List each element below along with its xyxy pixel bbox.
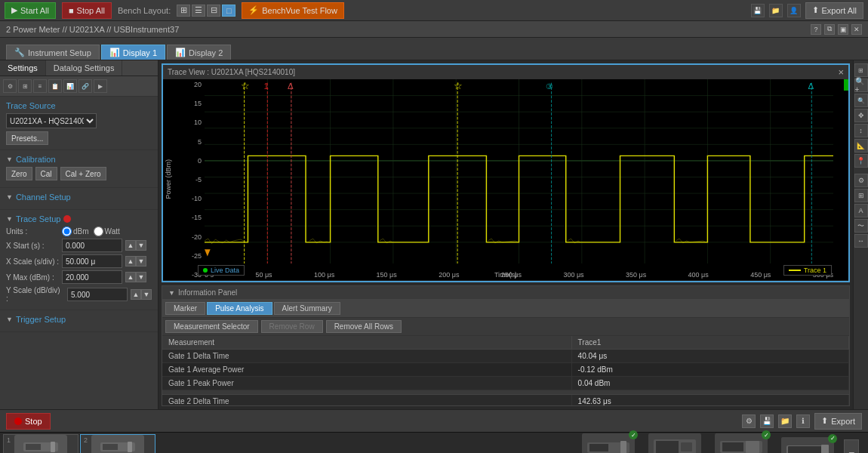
yscale-up[interactable]: ▲ bbox=[131, 289, 141, 300]
cursor-icon[interactable]: ↕ bbox=[854, 124, 868, 137]
play-icon: ▶ bbox=[11, 5, 17, 15]
info-panel: ▼ Information Panel Marker Pulse Analysi… bbox=[162, 285, 850, 406]
ymax-input[interactable] bbox=[62, 270, 122, 284]
status-folder-icon[interactable]: 📁 bbox=[778, 414, 792, 428]
start-all-button[interactable]: ▶ Start All bbox=[5, 2, 56, 19]
svg-marker-31 bbox=[205, 249, 211, 256]
measurement-selector-button[interactable]: Measurement Selector bbox=[165, 320, 258, 333]
layout-icon-3[interactable]: ⊟ bbox=[207, 5, 220, 17]
trace-source-title: Trace Source bbox=[6, 101, 152, 110]
marker-icon[interactable]: 📍 bbox=[854, 154, 868, 168]
tab-instrument-setup[interactable]: 🔧 Instrument Setup bbox=[6, 45, 100, 60]
export-button[interactable]: ⬆ Export bbox=[814, 413, 862, 430]
xstart-down[interactable]: ▼ bbox=[136, 240, 146, 251]
yscale-down[interactable]: ▼ bbox=[141, 289, 152, 300]
presets-button[interactable]: Presets... bbox=[6, 131, 48, 145]
xscale-down[interactable]: ▼ bbox=[136, 256, 146, 267]
bench-layout-selector: ⊞ ☰ ⊟ □ bbox=[177, 5, 235, 17]
status-save-icon[interactable]: 💾 bbox=[760, 414, 774, 428]
trace-source-select[interactable]: U2021XA - HQS2140010 - Trace 1 bbox=[6, 113, 97, 128]
zoom-out-icon[interactable]: 🔍 bbox=[854, 94, 868, 107]
restore-button[interactable]: ⧉ bbox=[824, 24, 835, 35]
ymax-up[interactable]: ▲ bbox=[125, 272, 136, 282]
device-thumb-2[interactable]: 2 Power MeterUSBInstrument37 bbox=[80, 434, 155, 454]
save-icon[interactable]: 💾 bbox=[751, 4, 765, 17]
yscale-input[interactable] bbox=[67, 288, 128, 301]
tab-marker[interactable]: Marker bbox=[165, 302, 205, 315]
panel-icon-2[interactable]: ⊞ bbox=[18, 79, 32, 93]
trace-icon[interactable]: 〜 bbox=[854, 219, 868, 233]
toolbar-right: 💾 📁 👤 ⬆ Export All bbox=[751, 2, 863, 19]
layout-icon-2[interactable]: ☰ bbox=[192, 5, 205, 17]
cal-button[interactable]: Cal bbox=[35, 167, 57, 180]
maximize-button[interactable]: ▣ bbox=[838, 24, 848, 35]
unit-dbm[interactable]: dBm bbox=[62, 226, 89, 236]
panel-icon-6[interactable]: 🔗 bbox=[78, 79, 92, 93]
y-axis: 20 15 10 5 0 -5 -10 -15 -20 -25 -30 bbox=[174, 79, 205, 280]
xstart-up[interactable]: ▲ bbox=[125, 240, 136, 251]
device-icon-svg-3 bbox=[719, 436, 764, 454]
device-svg-1 bbox=[22, 439, 60, 453]
tab-display-2[interactable]: 📊 Display 2 bbox=[167, 45, 231, 60]
right-sidebar: ⊞ 🔍+ 🔍 ✥ ↕ 📐 📍 ⚙ ⊞ A 〜 ↔ bbox=[853, 60, 868, 409]
stop-all-button[interactable]: ■ Stop All bbox=[62, 2, 112, 19]
xscale-up[interactable]: ▲ bbox=[125, 256, 136, 267]
xscale-input[interactable] bbox=[62, 254, 122, 268]
yscale-stepper: ▲ ▼ bbox=[131, 289, 152, 300]
app-title-button[interactable]: ⚡ BenchVue Test Flow bbox=[242, 2, 344, 19]
settings-icon[interactable]: ⚙ bbox=[854, 174, 868, 187]
hamburger-button[interactable]: ≡ bbox=[844, 439, 859, 454]
trace-line bbox=[789, 270, 801, 271]
left-panel: Settings Datalog Settings ⚙ ⊞ ≡ 📋 📊 🔗 ▶ … bbox=[0, 60, 159, 409]
stop-button[interactable]: Stop bbox=[6, 413, 51, 430]
auto-icon[interactable]: A bbox=[854, 204, 868, 217]
device-thumb-1[interactable]: 1 Power MeterUSBInstrument18 bbox=[3, 434, 78, 454]
folder-icon[interactable]: 📁 bbox=[769, 4, 783, 17]
panel-icon-4[interactable]: 📋 bbox=[48, 79, 62, 93]
settings-tab[interactable]: Settings bbox=[0, 60, 46, 76]
xstart-input[interactable] bbox=[62, 239, 122, 252]
datalog-settings-tab[interactable]: Datalog Settings bbox=[46, 60, 123, 76]
zoom-in-icon[interactable]: 🔍+ bbox=[854, 79, 868, 92]
svg-rect-43 bbox=[681, 442, 692, 451]
svg-text:Δ: Δ bbox=[808, 82, 814, 91]
remove-all-rows-button[interactable]: Remove All Rows bbox=[326, 320, 402, 333]
unit-watt[interactable]: Watt bbox=[94, 226, 120, 236]
export-arrow-icon: ⬆ bbox=[821, 416, 828, 426]
trace-dot bbox=[63, 215, 71, 223]
remove-row-button[interactable]: Remove Row bbox=[261, 320, 323, 333]
check-badge-4: ✓ bbox=[828, 434, 837, 443]
zoom-fit-icon[interactable]: ⊞ bbox=[854, 63, 868, 77]
main-tabs-row: 🔧 Instrument Setup 📊 Display 1 📊 Display… bbox=[0, 38, 868, 60]
trace-close-button[interactable]: × bbox=[838, 66, 844, 78]
tab-alert-summary[interactable]: Alert Summary bbox=[274, 302, 340, 315]
device-icon-1 bbox=[14, 435, 67, 453]
status-info-icon[interactable]: ℹ bbox=[796, 414, 810, 428]
panel-icon-3[interactable]: ≡ bbox=[33, 79, 47, 93]
app-icon: ⚡ bbox=[248, 5, 259, 15]
status-settings-icon[interactable]: ⚙ bbox=[742, 414, 756, 428]
tab-display-1[interactable]: 📊 Display 1 bbox=[101, 45, 165, 60]
layout-icon-1[interactable]: ⊞ bbox=[177, 5, 190, 17]
display1-icon: 📊 bbox=[109, 48, 120, 57]
panel-icon-7[interactable]: ▶ bbox=[94, 79, 107, 93]
layout-icon-4[interactable]: □ bbox=[222, 5, 235, 17]
ymax-down[interactable]: ▼ bbox=[136, 272, 146, 282]
cal-zero-button[interactable]: Cal + Zero bbox=[60, 167, 106, 180]
grid-icon[interactable]: ⊞ bbox=[854, 189, 868, 202]
panel-icon-5[interactable]: 📊 bbox=[63, 79, 77, 93]
user-icon[interactable]: 👤 bbox=[787, 4, 801, 17]
ref-icon[interactable]: ↔ bbox=[854, 234, 868, 248]
measure-icon[interactable]: 📐 bbox=[854, 139, 868, 153]
collapse-icon: ▼ bbox=[168, 289, 175, 297]
svg-rect-42 bbox=[656, 441, 679, 453]
waveform-chart: ☆ 1 Δ ☆ ③ Δ bbox=[205, 79, 833, 263]
export-all-button[interactable]: ⬆ Export All bbox=[805, 2, 863, 19]
tab-pulse-analysis[interactable]: Pulse Analysis bbox=[207, 302, 272, 315]
zero-button[interactable]: Zero bbox=[6, 167, 32, 180]
close-button[interactable]: ✕ bbox=[851, 24, 862, 35]
pan-icon[interactable]: ✥ bbox=[854, 109, 868, 122]
panel-icon-1[interactable]: ⚙ bbox=[3, 79, 17, 93]
units-row: Units : dBm Watt bbox=[6, 226, 152, 236]
help-button[interactable]: ? bbox=[811, 24, 821, 35]
